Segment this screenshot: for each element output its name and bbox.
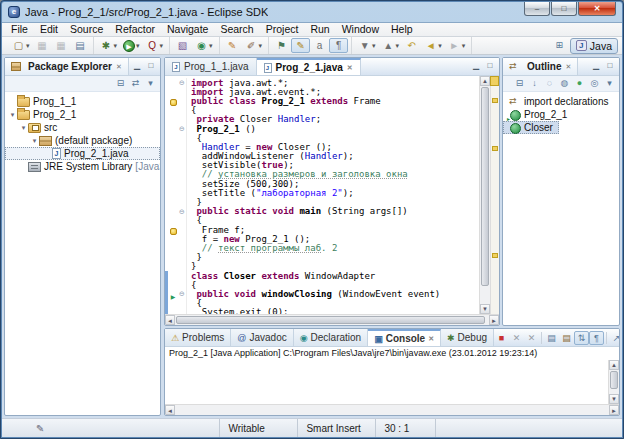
- editor-tab-prog_1_1.java[interactable]: JProg_1_1.java: [165, 58, 257, 75]
- close-tab-icon[interactable]: ✕: [428, 335, 434, 343]
- outline-item-prog-2-1[interactable]: Prog_2_1: [503, 108, 619, 121]
- scroll-down-arrow[interactable]: ▼: [480, 304, 490, 314]
- show-console-stdout-button[interactable]: ▤: [544, 331, 559, 345]
- expander-icon[interactable]: ▾: [30, 137, 39, 145]
- hide-local-types-button[interactable]: ◎: [587, 77, 602, 91]
- scrollbar-thumb[interactable]: [610, 371, 618, 389]
- outline-item-closer[interactable]: Closer: [503, 121, 559, 134]
- show-selected-element-button[interactable]: a: [310, 38, 329, 53]
- fold-collapse-icon[interactable]: ⊖: [178, 124, 187, 133]
- scrollbar-thumb[interactable]: [481, 87, 489, 286]
- menu-window[interactable]: Window: [336, 23, 385, 36]
- menu-edit[interactable]: Edit: [34, 23, 64, 36]
- maximize-view-button[interactable]: □: [483, 60, 497, 73]
- new-java-project-button[interactable]: ▧: [173, 38, 192, 53]
- close-view-icon[interactable]: ✕: [565, 63, 571, 71]
- overview-warning-mark[interactable]: [492, 146, 498, 151]
- outline-item-import-declarations[interactable]: import declarations: [503, 95, 619, 108]
- tree-item-prog-2-1-java[interactable]: JProg_2_1.java: [5, 147, 160, 160]
- fold-collapse-icon[interactable]: ⊖: [178, 207, 187, 216]
- tab-console[interactable]: ▣Console✕: [368, 329, 441, 346]
- pin-console-button[interactable]: ↗: [609, 331, 620, 345]
- expander-icon[interactable]: ▾: [8, 111, 17, 119]
- close-button[interactable]: ✕: [578, 2, 616, 16]
- scroll-up-arrow[interactable]: ▲: [480, 76, 490, 86]
- tab-problems[interactable]: ⚠Problems: [165, 329, 231, 346]
- minimize-button[interactable]: –: [524, 2, 550, 16]
- open-task-button[interactable]: ✎: [223, 38, 242, 53]
- externalize-strings-button[interactable]: ⚑: [272, 38, 291, 53]
- console-horizontal-scrollbar[interactable]: ◄ ►: [165, 404, 619, 415]
- minimize-view-button[interactable]: ▁: [130, 60, 144, 73]
- overview-ruler[interactable]: [490, 76, 499, 314]
- expander-icon[interactable]: ▾: [19, 124, 28, 132]
- dropdown-arrow-icon[interactable]: ▾: [136, 42, 140, 50]
- tab-javadoc[interactable]: @Javadoc: [231, 329, 293, 346]
- tree-item-src[interactable]: ▾src: [5, 121, 160, 134]
- hide-non-public-button[interactable]: ●: [572, 77, 587, 91]
- word-wrap-button[interactable]: ¶: [589, 331, 604, 345]
- back-button[interactable]: ◄▾: [421, 38, 445, 53]
- close-view-icon[interactable]: ✕: [116, 63, 122, 71]
- close-tab-icon[interactable]: ✕: [347, 64, 353, 72]
- search-button[interactable]: ✐▾: [242, 38, 266, 53]
- tree-item-jre-system-library[interactable]: JRE System Library[JavaSE-1.7]: [5, 160, 160, 173]
- show-console-stderr-button[interactable]: ▤: [559, 331, 574, 345]
- terminate-button[interactable]: ■: [494, 331, 509, 345]
- tab-debug[interactable]: ✱Debug: [441, 329, 494, 346]
- new-wizard-button[interactable]: ▢▾: [9, 38, 33, 53]
- hide-fields-button[interactable]: ◌: [542, 77, 557, 91]
- overview-warning-mark[interactable]: [492, 253, 498, 258]
- dropdown-arrow-icon[interactable]: ▾: [438, 42, 442, 50]
- run-button[interactable]: ▶▾: [120, 38, 143, 53]
- dropdown-arrow-icon[interactable]: ▾: [372, 42, 376, 50]
- dropdown-arrow-icon[interactable]: ▾: [462, 42, 466, 50]
- editor-horizontal-scrollbar[interactable]: ◄ ►: [165, 314, 499, 325]
- package-explorer-tab[interactable]: Package Explorer ✕: [5, 58, 129, 75]
- next-annotation-button[interactable]: ▼▾: [355, 38, 379, 53]
- scroll-left-arrow[interactable]: ◄: [165, 315, 175, 325]
- sort-button[interactable]: ↓: [527, 77, 542, 91]
- scroll-right-arrow[interactable]: ►: [609, 405, 619, 415]
- overview-warning-mark[interactable]: [492, 98, 498, 103]
- dropdown-arrow-icon[interactable]: ▾: [396, 42, 400, 50]
- scroll-left-arrow[interactable]: ◄: [165, 405, 175, 415]
- view-menu-button[interactable]: ▾: [143, 77, 158, 91]
- menu-source[interactable]: Source: [64, 23, 109, 36]
- dropdown-arrow-icon[interactable]: ▾: [259, 42, 263, 50]
- new-java-class-button[interactable]: ◉▾: [192, 38, 216, 53]
- tree-item--default-package-[interactable]: ▾(default package): [5, 134, 160, 147]
- fold-collapse-icon[interactable]: ⊖: [178, 289, 187, 298]
- dropdown-arrow-icon[interactable]: ▾: [114, 42, 118, 50]
- show-whitespace-button[interactable]: ¶: [329, 38, 348, 53]
- maximize-view-button[interactable]: □: [144, 60, 158, 73]
- outline-tab[interactable]: Outline ✕: [503, 58, 578, 75]
- scroll-lock-button[interactable]: ⇅: [574, 331, 589, 345]
- tab-declaration[interactable]: ◉Declaration: [294, 329, 368, 346]
- dropdown-arrow-icon[interactable]: ▾: [209, 42, 213, 50]
- open-perspective-button[interactable]: ⊞: [552, 39, 567, 53]
- maximize-button[interactable]: □: [551, 2, 577, 16]
- console-vertical-scrollbar[interactable]: ▲ ▼: [608, 360, 619, 404]
- menu-file[interactable]: File: [5, 23, 34, 36]
- remove-all-launches-button[interactable]: ✕: [524, 331, 539, 345]
- menu-help[interactable]: Help: [385, 23, 419, 36]
- collapse-all-button[interactable]: ⊟: [113, 77, 128, 91]
- maximize-view-button[interactable]: □: [603, 60, 617, 73]
- tree-item-prog-2-1[interactable]: ▾Prog_2_1: [5, 108, 160, 121]
- external-tools-button[interactable]: Q▾: [143, 38, 167, 53]
- dropdown-arrow-icon[interactable]: ▾: [160, 42, 164, 50]
- debug-button[interactable]: ✱▾: [97, 38, 121, 53]
- view-menu-button[interactable]: ▾: [602, 77, 617, 91]
- scroll-up-arrow[interactable]: ▲: [609, 360, 619, 370]
- console-output-area[interactable]: ▲ ▼ ◄ ►: [165, 360, 619, 415]
- previous-annotation-button[interactable]: ▲▾: [379, 38, 403, 53]
- scroll-right-arrow[interactable]: ►: [489, 315, 499, 325]
- editor-tab-prog_2_1.java[interactable]: JProg_2_1.java✕: [257, 58, 361, 75]
- minimize-view-button[interactable]: ▁: [589, 60, 603, 73]
- last-edit-location-button[interactable]: ↶: [402, 38, 421, 53]
- link-with-editor-button[interactable]: ⇄: [128, 77, 143, 91]
- scrollbar-thumb[interactable]: [176, 316, 485, 324]
- hide-static-members-button[interactable]: ◍: [557, 77, 572, 91]
- tree-item-prog-1-1[interactable]: Prog_1_1: [5, 95, 160, 108]
